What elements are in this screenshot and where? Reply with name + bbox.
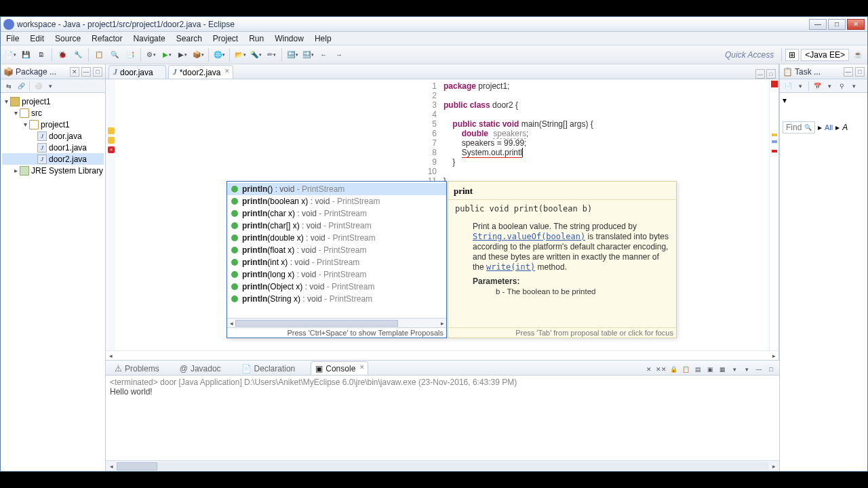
overview-ruler[interactable]: [769, 79, 778, 350]
proposal-item[interactable]: println(char[] x) : void - PrintStream: [227, 220, 446, 232]
scrollbar-thumb[interactable]: [235, 320, 398, 327]
warning-marker-icon[interactable]: [108, 127, 115, 134]
scroll-right-icon[interactable]: ▸: [438, 320, 446, 327]
scroll-right-icon[interactable]: ▸: [768, 463, 779, 470]
warning-marker-icon[interactable]: [108, 137, 115, 144]
console-tool-icon[interactable]: 📋: [680, 364, 691, 375]
scroll-left-icon[interactable]: ◂: [227, 320, 235, 327]
tree-src[interactable]: ▾src: [2, 107, 104, 119]
task-tool-icon[interactable]: 📄: [783, 81, 793, 92]
console-tool-icon[interactable]: ▦: [717, 364, 728, 375]
console-tool-icon[interactable]: ✕: [644, 364, 654, 375]
maximize-view-icon[interactable]: □: [766, 364, 776, 375]
scroll-right-icon[interactable]: ▸: [769, 352, 778, 359]
scrollbar-thumb[interactable]: [117, 462, 157, 470]
back-button[interactable]: ←: [317, 48, 330, 62]
task-tool-icon[interactable]: ▾: [824, 81, 835, 92]
tool-button[interactable]: ⚙: [144, 48, 158, 62]
editor-tab-door[interactable]: Jdoor.java: [108, 65, 166, 79]
run-button[interactable]: ▶: [160, 48, 174, 62]
menu-search[interactable]: Search: [171, 32, 208, 45]
filter-icon[interactable]: ⚪: [33, 81, 43, 92]
proposal-item[interactable]: println(char x) : void - PrintStream: [227, 207, 446, 220]
console-tool-icon[interactable]: ▤: [692, 364, 703, 375]
tool-button[interactable]: 📂: [233, 48, 247, 62]
tool-button[interactable]: 🔦: [249, 48, 262, 62]
proposal-item[interactable]: println() : void - PrintStream: [227, 183, 446, 195]
javadoc-link[interactable]: write(int): [486, 262, 535, 272]
close-button[interactable]: ✕: [847, 19, 865, 30]
menu-source[interactable]: Source: [50, 32, 86, 45]
tree-project[interactable]: ▾project1: [2, 96, 104, 107]
tool-button[interactable]: 🔧: [71, 48, 85, 62]
proposal-list[interactable]: println() : void - PrintStream println(b…: [227, 182, 446, 318]
menu-file[interactable]: File: [1, 32, 24, 45]
editor-horizontal-scrollbar[interactable]: ◂ ▸: [106, 350, 778, 360]
tab-javadoc[interactable]: @Javadoc: [175, 361, 234, 375]
tree-package[interactable]: ▾project1: [2, 119, 104, 130]
tab-declaration[interactable]: 📄Declaration: [237, 361, 309, 375]
proposal-item[interactable]: println(Object x) : void - PrintStream: [227, 281, 446, 293]
tool-button[interactable]: ✏: [264, 48, 278, 62]
menu-project[interactable]: Project: [208, 32, 243, 45]
menu-run[interactable]: Run: [243, 32, 269, 45]
scroll-left-icon[interactable]: ◂: [106, 352, 115, 359]
save-all-button[interactable]: 🗎: [35, 48, 48, 62]
tree-file[interactable]: Jdoor1.java: [2, 142, 104, 153]
new-button[interactable]: 📄: [3, 48, 17, 62]
task-tool-icon[interactable]: 📅: [812, 81, 823, 92]
console-output[interactable]: <terminated> door [Java Application] D:\…: [106, 375, 779, 460]
link-editor-icon[interactable]: 🔗: [16, 81, 26, 92]
minimize-view-icon[interactable]: —: [844, 67, 853, 77]
scroll-left-icon[interactable]: ◂: [106, 463, 117, 470]
minimize-view-icon[interactable]: —: [81, 67, 91, 77]
menu-edit[interactable]: Edit: [24, 32, 50, 45]
tab-console[interactable]: ▣Console✕: [311, 361, 368, 375]
console-tool-icon[interactable]: ▾: [741, 364, 752, 375]
tool-button[interactable]: 🔍: [108, 48, 121, 62]
proposal-item[interactable]: println(String x) : void - PrintStream: [227, 293, 446, 305]
tool-button[interactable]: 📋: [92, 48, 106, 62]
proposal-item[interactable]: println(int x) : void - PrintStream: [227, 256, 446, 268]
javadoc-body[interactable]: public void print(boolean b) Print a boo…: [448, 200, 676, 327]
maximize-view-icon[interactable]: □: [93, 67, 102, 77]
console-tool-icon[interactable]: ✕✕: [656, 364, 667, 375]
task-tool-icon[interactable]: ▾: [795, 81, 806, 92]
minimize-editor-icon[interactable]: —: [755, 69, 765, 79]
proposal-item[interactable]: println(double x) : void - PrintStream: [227, 232, 446, 244]
close-view-icon[interactable]: ✕: [70, 67, 79, 77]
tab-problems[interactable]: ⚠Problems: [110, 361, 172, 375]
all-link[interactable]: All: [825, 123, 833, 131]
tree-file[interactable]: Jdoor.java: [2, 130, 104, 142]
menu-window[interactable]: Window: [269, 32, 309, 45]
tree-file-selected[interactable]: Jdoor2.java: [2, 153, 104, 165]
minimize-view-icon[interactable]: —: [753, 364, 764, 375]
close-tab-icon[interactable]: ✕: [359, 364, 365, 371]
close-tab-icon[interactable]: ✕: [224, 68, 230, 75]
workbench-horizontal-scrollbar[interactable]: ◂ ▸: [106, 460, 779, 471]
more-icon[interactable]: A: [842, 123, 848, 132]
save-button[interactable]: 💾: [19, 48, 33, 62]
task-tool-icon[interactable]: ▾: [848, 81, 859, 92]
collapse-all-icon[interactable]: ⇆: [3, 81, 14, 92]
chevron-down-icon[interactable]: ▾: [783, 96, 787, 105]
maximize-view-icon[interactable]: □: [855, 67, 865, 77]
menu-icon[interactable]: ▾: [45, 81, 56, 92]
error-marker-icon[interactable]: ×: [108, 146, 115, 153]
overview-error-marker[interactable]: [772, 150, 777, 152]
tool-button[interactable]: 🔜: [301, 48, 315, 62]
minimize-button[interactable]: —: [809, 19, 827, 30]
overview-marker[interactable]: [772, 140, 777, 143]
menu-refactor[interactable]: Refactor: [86, 32, 127, 45]
find-input[interactable]: Find🔍: [783, 121, 815, 134]
tool-button[interactable]: 📦: [191, 48, 205, 62]
console-tool-icon[interactable]: ▣: [705, 364, 715, 375]
javadoc-link[interactable]: String.valueOf(boolean): [473, 232, 585, 241]
tree-jre[interactable]: ▸JRE System Library: [2, 165, 104, 176]
overview-warning-marker[interactable]: [772, 134, 777, 136]
overview-error-icon[interactable]: [771, 81, 778, 87]
tool-button[interactable]: 🌐: [212, 48, 226, 62]
editor-tab-door2[interactable]: J*door2.java✕: [168, 65, 234, 79]
proposal-item[interactable]: println(float x) : void - PrintStream: [227, 244, 446, 256]
tool-button[interactable]: 🔙: [285, 48, 299, 62]
